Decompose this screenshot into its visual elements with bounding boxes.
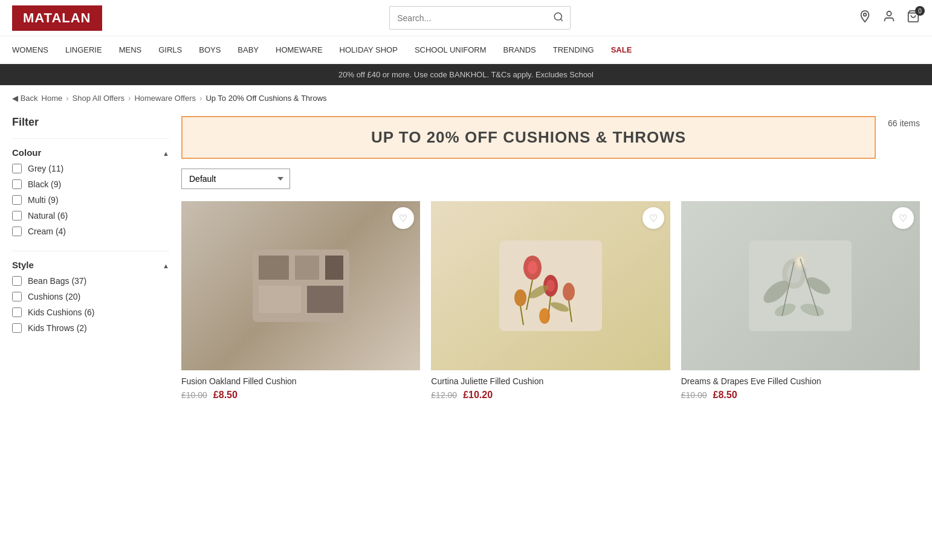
product-image-1 [181, 201, 420, 370]
filter-item-cream[interactable]: Cream (4) [12, 227, 166, 236]
breadcrumb-home[interactable]: Home [42, 94, 63, 103]
nav-item-lingerie[interactable]: LINGERIE [65, 45, 102, 54]
colour-filter-scrollable[interactable]: Grey (11) Black (9) Multi (9) Natural (6… [12, 164, 169, 242]
filter-section-style: Style Bean Bags (37) Cushions (20) Kid [12, 251, 169, 347]
nav-item-boys[interactable]: BOYS [199, 45, 221, 54]
price-original-1: £10.00 [181, 390, 207, 400]
breadcrumb-shop-all[interactable]: Shop All Offers [73, 94, 125, 103]
filter-label-black: Black (9) [28, 179, 61, 189]
filter-checkbox-black[interactable] [12, 179, 22, 189]
wishlist-btn-3[interactable]: ♡ [892, 207, 914, 229]
filter-item-multi[interactable]: Multi (9) [12, 195, 166, 205]
search-bar [389, 6, 571, 30]
header: MATALAN 0 [0, 0, 932, 36]
filter-item-kids-throws[interactable]: Kids Throws (2) [12, 323, 166, 333]
promo-banner-text: 20% off £40 or more. Use code BANKHOL. T… [338, 70, 594, 79]
filter-item-bean-bags[interactable]: Bean Bags (37) [12, 276, 166, 286]
account-icon[interactable] [882, 10, 896, 26]
colour-filter-chevron [163, 147, 169, 158]
filter-checkbox-multi[interactable] [12, 195, 22, 205]
promo-banner: 20% off £40 or more. Use code BANKHOL. T… [0, 64, 932, 85]
filter-item-cushions[interactable]: Cushions (20) [12, 292, 166, 301]
filter-checkbox-bean-bags[interactable] [12, 276, 22, 286]
svg-rect-6 [259, 256, 289, 280]
price-original-2: £12.00 [431, 390, 457, 400]
price-original-3: £10.00 [681, 390, 707, 400]
filter-checkbox-kids-throws[interactable] [12, 323, 22, 333]
product-image-3 [681, 201, 920, 370]
search-input[interactable] [390, 8, 547, 28]
filter-checkbox-natural[interactable] [12, 211, 22, 220]
cart-icon[interactable]: 0 [907, 10, 920, 26]
svg-point-3 [887, 11, 891, 16]
filter-item-kids-cushions[interactable]: Kids Cushions (6) [12, 307, 166, 317]
nav-item-baby[interactable]: BABY [238, 45, 259, 54]
breadcrumb-sep3: › [199, 94, 202, 103]
filter-checkbox-kids-cushions[interactable] [12, 307, 22, 317]
filter-item-black[interactable]: Black (9) [12, 179, 166, 189]
svg-rect-10 [307, 286, 343, 313]
filter-title: Filter [12, 111, 169, 129]
filter-checkbox-grey[interactable] [12, 164, 22, 173]
style-filter-chevron [163, 260, 169, 270]
product-prices-1: £10.00 £8.50 [181, 390, 420, 401]
nav-item-homeware[interactable]: HOMEWARE [276, 45, 323, 54]
nav-item-womens[interactable]: WOMENS [12, 45, 48, 54]
main-layout: Filter Colour Grey (11) Black (9) [0, 111, 932, 419]
cushion-svg-2 [490, 231, 611, 340]
filter-label-bean-bags: Bean Bags (37) [28, 276, 86, 286]
product-prices-2: £12.00 £10.20 [431, 390, 670, 401]
cushion-svg-3 [740, 231, 861, 340]
colour-filter-label: Colour [12, 147, 41, 158]
main-nav: WOMENS LINGERIE MENS GIRLS BOYS BABY HOM… [0, 36, 932, 64]
logo[interactable]: MATALAN [12, 5, 102, 31]
search-button[interactable] [547, 7, 570, 29]
price-sale-2: £10.20 [463, 390, 493, 401]
breadcrumb-homeware-offers[interactable]: Homeware Offers [134, 94, 196, 103]
filter-label-kids-cushions: Kids Cushions (6) [28, 307, 95, 317]
filter-label-kids-throws: Kids Throws (2) [28, 323, 87, 333]
product-card-2[interactable]: ♡ Curtina Juliette Filled Cushion £12.00… [431, 201, 670, 401]
product-img-wrap-2: ♡ [431, 201, 670, 370]
svg-point-20 [563, 283, 575, 301]
nav-item-mens[interactable]: MENS [119, 45, 142, 54]
svg-rect-8 [325, 256, 343, 280]
location-icon[interactable] [858, 10, 872, 26]
filter-label-cream: Cream (4) [28, 227, 66, 236]
breadcrumb-sep1: › [66, 94, 68, 103]
nav-item-brands[interactable]: BRANDS [503, 45, 536, 54]
nav-item-sale[interactable]: SALE [611, 45, 632, 54]
page-heading: UP TO 20% OFF CUSHIONS & THROWS [207, 128, 850, 147]
style-filter-scrollable[interactable]: Bean Bags (37) Cushions (20) Kids Cushio… [12, 276, 169, 339]
product-img-wrap-1: ♡ [181, 201, 420, 370]
breadcrumb: ◀ Back Home › Shop All Offers › Homeware… [0, 85, 932, 111]
breadcrumb-current: Up To 20% Off Cushions & Throws [205, 94, 326, 103]
filter-item-grey[interactable]: Grey (11) [12, 164, 166, 173]
filter-checkbox-cream[interactable] [12, 227, 22, 236]
svg-line-1 [561, 19, 563, 21]
sidebar: Filter Colour Grey (11) Black (9) [12, 111, 169, 401]
filter-item-natural[interactable]: Natural (6) [12, 211, 166, 220]
nav-item-trending[interactable]: TRENDING [553, 45, 594, 54]
content: UP TO 20% OFF CUSHIONS & THROWS 66 items… [181, 111, 920, 401]
product-img-wrap-3: ♡ [681, 201, 920, 370]
breadcrumb-back[interactable]: ◀ Back [12, 94, 38, 103]
product-name-1: Fusion Oakland Filled Cushion [181, 376, 420, 386]
product-card-1[interactable]: ♡ Fusion Oakland Filled Cushion £10.00 £… [181, 201, 420, 401]
svg-point-13 [528, 261, 537, 274]
filter-label-multi: Multi (9) [28, 195, 59, 205]
promo-box: UP TO 20% OFF CUSHIONS & THROWS [181, 116, 876, 159]
sort-select[interactable]: Default Price: Low to High Price: High t… [181, 169, 290, 189]
nav-item-girls[interactable]: GIRLS [158, 45, 182, 54]
nav-item-school[interactable]: SCHOOL UNIFORM [415, 45, 487, 54]
nav-item-holiday[interactable]: HOLIDAY SHOP [340, 45, 398, 54]
style-filter-header[interactable]: Style [12, 260, 169, 270]
filter-checkbox-cushions[interactable] [12, 292, 22, 301]
product-card-3[interactable]: ♡ Dreams & Drapes Eve Filled Cushion £10… [681, 201, 920, 401]
header-icons: 0 [858, 10, 920, 26]
filter-label-cushions: Cushions (20) [28, 292, 80, 301]
product-image-2 [431, 201, 670, 370]
wishlist-btn-2[interactable]: ♡ [642, 207, 664, 229]
content-header: UP TO 20% OFF CUSHIONS & THROWS 66 items [181, 111, 920, 159]
colour-filter-header[interactable]: Colour [12, 147, 169, 158]
